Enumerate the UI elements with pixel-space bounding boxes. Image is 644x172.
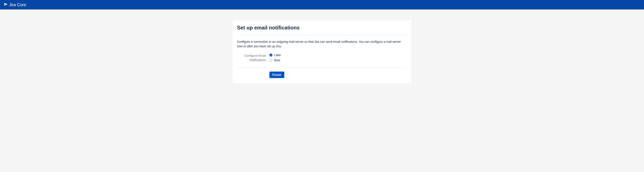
form-actions: Finish [237, 72, 407, 78]
page-description: Configure a connection to an outgoing ma… [237, 40, 407, 49]
configure-email-field: Configure Email Notifications Later Now [237, 53, 407, 62]
product-logo: Jira Core [4, 2, 26, 7]
field-label: Configure Email Notifications [237, 53, 266, 62]
radio-icon [270, 54, 272, 57]
content-wrapper: Set up email notifications Configure a c… [0, 9, 644, 94]
radio-option-later[interactable]: Later [270, 53, 281, 57]
divider [237, 67, 407, 67]
product-name: Jira Core [9, 2, 26, 7]
radio-option-now[interactable]: Now [270, 59, 281, 62]
app-header: Jira Core [0, 0, 644, 9]
field-options: Later Now [270, 53, 281, 62]
paper-plane-icon [4, 2, 8, 7]
radio-label: Later [274, 53, 281, 57]
radio-label: Now [274, 59, 280, 62]
setup-card: Set up email notifications Configure a c… [232, 20, 412, 84]
page-title: Set up email notifications [237, 25, 407, 31]
radio-icon [270, 59, 272, 62]
finish-button[interactable]: Finish [270, 72, 284, 78]
